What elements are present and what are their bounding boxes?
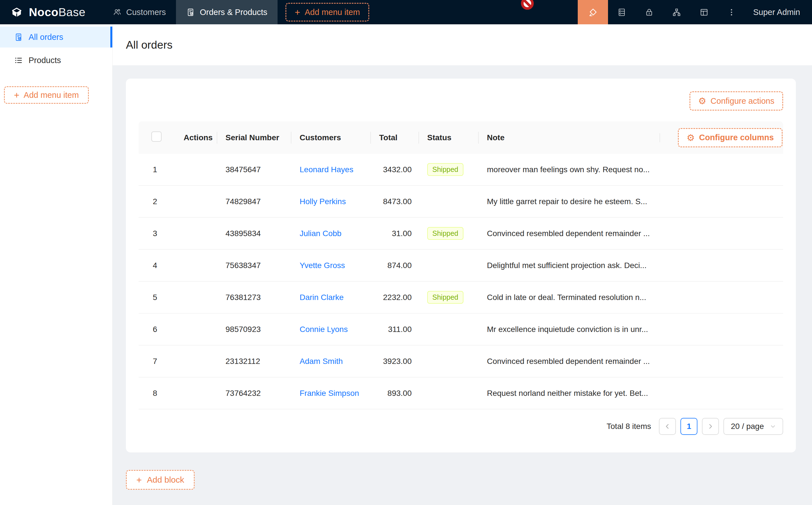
sidebar-add-menu-item-button[interactable]: + Add menu item [4,86,89,104]
note-cell: Cold in late or deal. Terminated resolut… [479,293,660,302]
customer-link[interactable]: Darin Clarke [300,293,344,302]
total-cell: 311.00 [371,325,419,334]
row-index: 6 [139,325,175,334]
top-menu-item-orders-products[interactable]: Orders & Products [176,0,278,24]
customer-link[interactable]: Yvette Gross [300,261,345,270]
pagination-page-1[interactable]: 1 [680,418,697,435]
total-cell: 8473.00 [371,197,419,206]
status-badge: Shipped [427,291,463,304]
note-cell: Delightful met sufficient projection ask… [479,261,660,270]
row-index: 2 [139,197,175,206]
select-all-cell [139,132,175,144]
column-header-note[interactable]: Note [479,133,660,142]
top-menu-label: Orders & Products [200,8,267,17]
customer-link[interactable]: Julian Cobb [300,229,342,238]
customer-cell: Darin Clarke [291,293,371,302]
customer-link[interactable]: Leonard Hayes [300,165,354,174]
total-cell: 3432.00 [371,165,419,174]
table-header-row: Actions Serial Number Customers Total St… [139,121,783,154]
more-actions-button[interactable] [718,0,745,24]
serial-number-cell: 43895834 [217,229,291,238]
plus-icon: + [295,8,300,17]
serial-number-cell: 75638347 [217,261,291,270]
sidebar: All orders Products + Add menu item [0,24,113,505]
table-row[interactable]: 4 75638347 Yvette Gross 874.00 Delightfu… [139,250,783,282]
orders-table: Actions Serial Number Customers Total St… [139,121,783,435]
total-cell: 31.00 [371,229,419,238]
table-row[interactable]: 2 74829847 Holly Perkins 8473.00 My litt… [139,186,783,218]
products-list-icon [14,56,23,65]
pagination-prev-button[interactable] [659,418,676,435]
total-cell: 893.00 [371,389,419,398]
customer-cell: Frankie Simpson [291,389,371,398]
status-badge: Shipped [427,163,463,176]
customer-cell: Yvette Gross [291,261,371,270]
permissions-button[interactable] [636,0,663,24]
pagination: Total 8 items 1 20 / page [139,418,783,435]
sidebar-item-products[interactable]: Products [0,50,112,71]
column-header-total[interactable]: Total [371,133,419,142]
note-cell: My little garret repair to desire he est… [479,197,660,206]
add-block-button[interactable]: + Add block [126,470,195,490]
table-row[interactable]: 5 76381273 Darin Clarke 2232.00 Shipped … [139,282,783,314]
top-menu: Customers Orders & Products + Add menu i… [103,0,369,24]
note-cell: Convinced resembled dependent remainder … [479,229,660,238]
table-toolbar: ⚙ Configure actions [139,91,783,111]
customer-link[interactable]: Frankie Simpson [300,389,359,397]
configure-actions-button[interactable]: ⚙ Configure actions [689,91,783,111]
nocobase-logo-icon [10,5,24,19]
customer-cell: Leonard Hayes [291,165,371,174]
topbar-add-menu-item-button[interactable]: + Add menu item [285,3,369,21]
layout-button[interactable] [690,0,718,24]
customer-link[interactable]: Connie Lyons [300,325,348,334]
status-cell: Shipped [419,163,479,176]
blocked-cursor-icon [521,0,534,10]
column-header-status[interactable]: Status [419,133,479,142]
more-vertical-icon [727,8,736,17]
plus-icon: + [136,475,142,485]
table-row[interactable]: 7 23132112 Adam Smith 3923.00 Convinced … [139,346,783,377]
top-navbar: NocoBase Customers Orders & [0,0,812,24]
nocobase-logo[interactable]: NocoBase [0,5,103,19]
customer-cell: Julian Cobb [291,229,371,238]
note-cell: Mr excellence inquietude conviction is i… [479,325,660,334]
column-header-actions[interactable]: Actions [175,133,217,142]
page-size-select[interactable]: 20 / page [723,418,783,435]
plus-icon: + [14,91,19,100]
collections-button[interactable] [608,0,636,24]
pagination-next-button[interactable] [702,418,719,435]
table-row[interactable]: 6 98570923 Connie Lyons 311.00 Mr excell… [139,314,783,346]
customer-link[interactable]: Adam Smith [300,357,343,366]
page-header: All orders [112,24,812,65]
row-index: 4 [139,261,175,270]
topbar-right-actions: Super Admin [578,0,812,24]
table-row[interactable]: 8 73764232 Frankie Simpson 893.00 Reques… [139,377,783,409]
customer-cell: Holly Perkins [291,197,371,206]
layout-icon [699,8,709,17]
page-title: All orders [126,39,172,51]
total-cell: 3923.00 [371,357,419,366]
table-row[interactable]: 3 43895834 Julian Cobb 31.00 Shipped Con… [139,218,783,250]
pagination-total: Total 8 items [606,422,651,431]
note-cell: moreover man feelings own shy. Request n… [479,165,660,174]
top-menu-item-customers[interactable]: Customers [103,0,176,24]
column-header-serial-number[interactable]: Serial Number [217,133,291,142]
orders-icon [186,8,195,17]
table-body: 1 38475647 Leonard Hayes 3432.00 Shipped… [139,154,783,409]
row-index: 7 [139,357,175,366]
customer-link[interactable]: Holly Perkins [300,197,346,206]
configure-columns-button[interactable]: ⚙ Configure columns [678,128,783,147]
chevron-left-icon [664,423,671,430]
select-all-checkbox[interactable] [151,132,161,142]
top-menu-label: Customers [126,8,166,17]
database-icon [617,8,627,17]
ui-editor-button[interactable] [578,0,608,24]
lock-icon [645,8,654,17]
column-header-customers[interactable]: Customers [291,133,371,142]
row-index: 5 [139,293,175,302]
sidebar-item-all-orders[interactable]: All orders [0,27,112,47]
plugins-button[interactable] [663,0,690,24]
table-row[interactable]: 1 38475647 Leonard Hayes 3432.00 Shipped… [139,154,783,186]
current-user-menu[interactable]: Super Admin [753,8,800,17]
note-cell: Request norland neither mistake for yet.… [479,389,660,398]
